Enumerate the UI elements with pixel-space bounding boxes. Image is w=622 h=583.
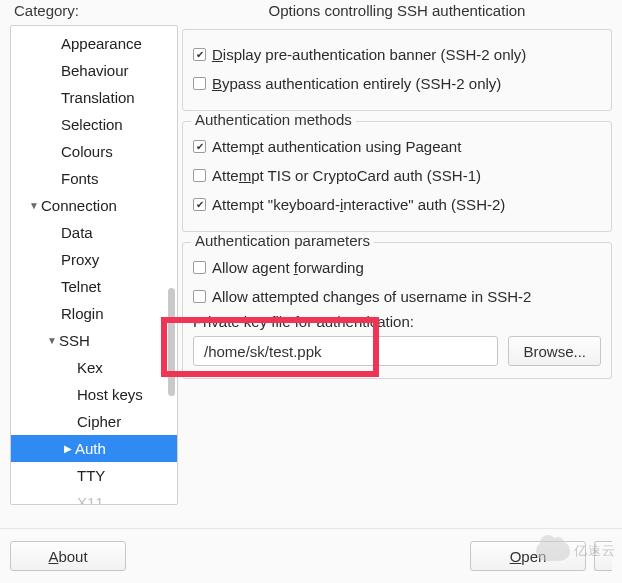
checkbox-icon[interactable] [193, 77, 206, 90]
tree-item-rlogin[interactable]: Rlogin [11, 300, 177, 327]
panel-heading: Options controlling SSH authentication [182, 2, 612, 29]
group-banner: Display pre-authentication banner (SSH-2… [182, 29, 612, 111]
tree-item-tty[interactable]: TTY [11, 462, 177, 489]
tree-item-telnet[interactable]: Telnet [11, 273, 177, 300]
tree-scrollbar[interactable] [168, 288, 175, 396]
tree-item-ssh[interactable]: ▼SSH [11, 327, 177, 354]
checkbox-icon[interactable] [193, 290, 206, 303]
checkbox-icon[interactable] [193, 48, 206, 61]
checkbox-keyboard-interactive[interactable]: Attempt "keyboard-interactive" auth (SSH… [193, 190, 601, 219]
chevron-right-icon[interactable]: ▶ [61, 443, 75, 454]
checkbox-username-change[interactable]: Allow attempted changes of username in S… [193, 282, 601, 311]
tree-item-proxy[interactable]: Proxy [11, 246, 177, 273]
checkbox-icon[interactable] [193, 169, 206, 182]
category-label: Category: [10, 0, 178, 25]
group-auth-methods: Authentication methods Attempt authentic… [182, 121, 612, 232]
tree-item-cipher[interactable]: Cipher [11, 408, 177, 435]
checkbox-agent-forwarding[interactable]: Allow agent forwarding [193, 253, 601, 282]
keyfile-input[interactable]: /home/sk/test.ppk [193, 336, 498, 366]
cancel-button-partial[interactable] [594, 541, 612, 571]
tree-item-behaviour[interactable]: Behaviour [11, 57, 177, 84]
keyfile-label: Private key file for authentication: [193, 313, 601, 330]
checkbox-icon[interactable] [193, 261, 206, 274]
group-title: Authentication parameters [191, 232, 374, 249]
tree-item-colours[interactable]: Colours [11, 138, 177, 165]
tree-item-appearance[interactable]: Appearance [11, 30, 177, 57]
checkbox-icon[interactable] [193, 198, 206, 211]
about-button[interactable]: About [10, 541, 126, 571]
tree-item-translation[interactable]: Translation [11, 84, 177, 111]
bottom-bar: About Open [0, 528, 622, 583]
checkbox-pageant[interactable]: Attempt authentication using Pageant [193, 132, 601, 161]
tree-item-data[interactable]: Data [11, 219, 177, 246]
checkbox-bypass-auth[interactable]: Bypass authentication entirely (SSH-2 on… [193, 69, 601, 98]
tree-item-auth[interactable]: ▶Auth [11, 435, 177, 462]
checkbox-tis[interactable]: Attempt TIS or CryptoCard auth (SSH-1) [193, 161, 601, 190]
tree-item-x11[interactable]: X11 [11, 489, 177, 505]
category-tree[interactable]: Appearance Behaviour Translation Selecti… [10, 25, 178, 505]
tree-item-fonts[interactable]: Fonts [11, 165, 177, 192]
tree-item-connection[interactable]: ▼Connection [11, 192, 177, 219]
chevron-down-icon[interactable]: ▼ [27, 200, 41, 211]
checkbox-display-banner[interactable]: Display pre-authentication banner (SSH-2… [193, 40, 601, 69]
tree-item-hostkeys[interactable]: Host keys [11, 381, 177, 408]
checkbox-icon[interactable] [193, 140, 206, 153]
chevron-down-icon[interactable]: ▼ [45, 335, 59, 346]
tree-item-kex[interactable]: Kex [11, 354, 177, 381]
open-button[interactable]: Open [470, 541, 586, 571]
group-auth-params: Authentication parameters Allow agent fo… [182, 242, 612, 379]
group-title: Authentication methods [191, 111, 356, 128]
browse-button[interactable]: Browse... [508, 336, 601, 366]
tree-item-selection[interactable]: Selection [11, 111, 177, 138]
